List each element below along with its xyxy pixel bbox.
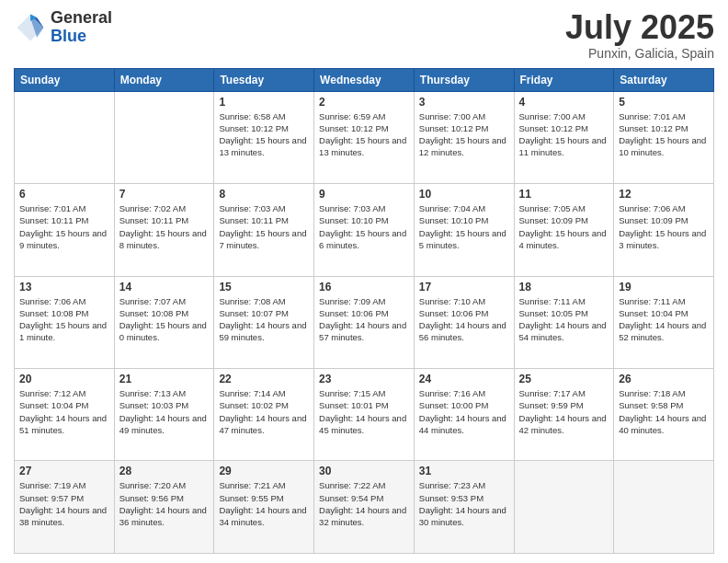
day-info: Sunrise: 7:12 AM Sunset: 10:04 PM Daylig… — [19, 387, 109, 436]
day-cell: 9Sunrise: 7:03 AM Sunset: 10:10 PM Dayli… — [314, 184, 415, 276]
day-info: Sunrise: 7:03 AM Sunset: 10:10 PM Daylig… — [319, 202, 409, 251]
day-number: 25 — [519, 373, 609, 385]
day-number: 18 — [519, 281, 609, 293]
day-info: Sunrise: 7:06 AM Sunset: 10:08 PM Daylig… — [19, 295, 109, 344]
day-cell: 30Sunrise: 7:22 AM Sunset: 9:54 PM Dayli… — [314, 461, 415, 554]
day-cell — [514, 461, 614, 554]
day-number: 6 — [19, 188, 109, 201]
col-monday: Monday — [114, 68, 214, 91]
day-cell: 29Sunrise: 7:21 AM Sunset: 9:55 PM Dayli… — [214, 461, 314, 554]
day-cell: 25Sunrise: 7:17 AM Sunset: 9:59 PM Dayli… — [514, 369, 614, 461]
day-info: Sunrise: 7:01 AM Sunset: 10:11 PM Daylig… — [19, 202, 109, 251]
day-cell: 5Sunrise: 7:01 AM Sunset: 10:12 PM Dayli… — [614, 91, 714, 183]
day-number: 29 — [219, 465, 309, 477]
day-info: Sunrise: 7:07 AM Sunset: 10:08 PM Daylig… — [119, 295, 210, 344]
logo-blue: Blue — [51, 28, 112, 46]
day-info: Sunrise: 7:17 AM Sunset: 9:59 PM Dayligh… — [519, 387, 609, 436]
day-number: 26 — [619, 373, 709, 385]
day-info: Sunrise: 7:08 AM Sunset: 10:07 PM Daylig… — [219, 295, 309, 344]
col-wednesday: Wednesday — [314, 68, 415, 91]
day-number: 31 — [419, 465, 509, 477]
day-info: Sunrise: 7:11 AM Sunset: 10:04 PM Daylig… — [619, 295, 709, 344]
day-cell: 23Sunrise: 7:15 AM Sunset: 10:01 PM Dayl… — [314, 369, 415, 461]
day-cell: 1Sunrise: 6:58 AM Sunset: 10:12 PM Dayli… — [214, 91, 314, 183]
week-row-1: 1Sunrise: 6:58 AM Sunset: 10:12 PM Dayli… — [15, 91, 714, 183]
day-cell — [614, 461, 714, 554]
day-info: Sunrise: 7:05 AM Sunset: 10:09 PM Daylig… — [519, 202, 609, 251]
day-info: Sunrise: 7:16 AM Sunset: 10:00 PM Daylig… — [419, 387, 509, 436]
col-saturday: Saturday — [614, 68, 714, 91]
col-sunday: Sunday — [15, 68, 115, 91]
day-info: Sunrise: 7:20 AM Sunset: 9:56 PM Dayligh… — [119, 479, 210, 528]
day-number: 20 — [19, 373, 109, 385]
day-cell — [15, 91, 115, 183]
page: General Blue July 2025 Punxin, Galicia, … — [0, 0, 728, 563]
logo-general: General — [51, 9, 112, 28]
day-cell: 16Sunrise: 7:09 AM Sunset: 10:06 PM Dayl… — [314, 276, 415, 368]
location: Punxin, Galicia, Spain — [565, 46, 714, 61]
day-info: Sunrise: 6:59 AM Sunset: 10:12 PM Daylig… — [319, 110, 409, 159]
day-number: 14 — [119, 281, 210, 293]
calendar-header: Sunday Monday Tuesday Wednesday Thursday… — [15, 68, 714, 91]
month-title: July 2025 — [565, 9, 714, 46]
day-info: Sunrise: 7:03 AM Sunset: 10:11 PM Daylig… — [219, 202, 309, 251]
day-number: 30 — [319, 465, 409, 477]
day-number: 21 — [119, 373, 210, 385]
day-number: 13 — [19, 281, 109, 293]
day-cell: 3Sunrise: 7:00 AM Sunset: 10:12 PM Dayli… — [414, 91, 514, 183]
day-cell: 20Sunrise: 7:12 AM Sunset: 10:04 PM Dayl… — [15, 369, 115, 461]
header-row: Sunday Monday Tuesday Wednesday Thursday… — [15, 68, 714, 91]
day-info: Sunrise: 7:09 AM Sunset: 10:06 PM Daylig… — [319, 295, 409, 344]
day-cell: 21Sunrise: 7:13 AM Sunset: 10:03 PM Dayl… — [114, 369, 214, 461]
logo-text: General Blue — [51, 9, 112, 46]
day-cell — [114, 91, 214, 183]
day-number: 24 — [419, 373, 509, 385]
week-row-5: 27Sunrise: 7:19 AM Sunset: 9:57 PM Dayli… — [15, 461, 714, 554]
day-number: 23 — [319, 373, 409, 385]
day-info: Sunrise: 6:58 AM Sunset: 10:12 PM Daylig… — [219, 110, 309, 159]
week-row-3: 13Sunrise: 7:06 AM Sunset: 10:08 PM Dayl… — [15, 276, 714, 368]
day-cell: 8Sunrise: 7:03 AM Sunset: 10:11 PM Dayli… — [214, 184, 314, 276]
day-info: Sunrise: 7:10 AM Sunset: 10:06 PM Daylig… — [419, 295, 509, 344]
day-cell: 7Sunrise: 7:02 AM Sunset: 10:11 PM Dayli… — [114, 184, 214, 276]
day-number: 11 — [519, 188, 609, 201]
day-number: 10 — [419, 188, 509, 201]
day-cell: 13Sunrise: 7:06 AM Sunset: 10:08 PM Dayl… — [15, 276, 115, 368]
day-info: Sunrise: 7:23 AM Sunset: 9:53 PM Dayligh… — [419, 479, 509, 528]
day-cell: 6Sunrise: 7:01 AM Sunset: 10:11 PM Dayli… — [15, 184, 115, 276]
day-info: Sunrise: 7:00 AM Sunset: 10:12 PM Daylig… — [519, 110, 609, 159]
day-info: Sunrise: 7:21 AM Sunset: 9:55 PM Dayligh… — [219, 479, 309, 528]
day-info: Sunrise: 7:14 AM Sunset: 10:02 PM Daylig… — [219, 387, 309, 436]
logo: General Blue — [14, 9, 112, 46]
day-cell: 12Sunrise: 7:06 AM Sunset: 10:09 PM Dayl… — [614, 184, 714, 276]
day-cell: 26Sunrise: 7:18 AM Sunset: 9:58 PM Dayli… — [614, 369, 714, 461]
week-row-4: 20Sunrise: 7:12 AM Sunset: 10:04 PM Dayl… — [15, 369, 714, 461]
col-friday: Friday — [514, 68, 614, 91]
calendar-table: Sunday Monday Tuesday Wednesday Thursday… — [14, 68, 714, 554]
day-info: Sunrise: 7:01 AM Sunset: 10:12 PM Daylig… — [619, 110, 709, 159]
day-info: Sunrise: 7:13 AM Sunset: 10:03 PM Daylig… — [119, 387, 210, 436]
day-info: Sunrise: 7:15 AM Sunset: 10:01 PM Daylig… — [319, 387, 409, 436]
day-info: Sunrise: 7:18 AM Sunset: 9:58 PM Dayligh… — [619, 387, 709, 436]
day-number: 8 — [219, 188, 309, 201]
day-number: 9 — [319, 188, 409, 201]
day-cell: 19Sunrise: 7:11 AM Sunset: 10:04 PM Dayl… — [614, 276, 714, 368]
col-tuesday: Tuesday — [214, 68, 314, 91]
day-number: 3 — [419, 96, 509, 109]
title-block: July 2025 Punxin, Galicia, Spain — [565, 9, 714, 61]
day-info: Sunrise: 7:06 AM Sunset: 10:09 PM Daylig… — [619, 202, 709, 251]
day-number: 27 — [19, 465, 109, 477]
day-number: 28 — [119, 465, 210, 477]
day-info: Sunrise: 7:11 AM Sunset: 10:05 PM Daylig… — [519, 295, 609, 344]
day-cell: 10Sunrise: 7:04 AM Sunset: 10:10 PM Dayl… — [414, 184, 514, 276]
calendar-body: 1Sunrise: 6:58 AM Sunset: 10:12 PM Dayli… — [15, 91, 714, 553]
week-row-2: 6Sunrise: 7:01 AM Sunset: 10:11 PM Dayli… — [15, 184, 714, 276]
day-info: Sunrise: 7:22 AM Sunset: 9:54 PM Dayligh… — [319, 479, 409, 528]
day-number: 12 — [619, 188, 709, 201]
logo-icon — [14, 11, 47, 44]
day-number: 1 — [219, 96, 309, 109]
day-number: 17 — [419, 281, 509, 293]
day-info: Sunrise: 7:04 AM Sunset: 10:10 PM Daylig… — [419, 202, 509, 251]
header: General Blue July 2025 Punxin, Galicia, … — [14, 9, 714, 61]
day-number: 16 — [319, 281, 409, 293]
